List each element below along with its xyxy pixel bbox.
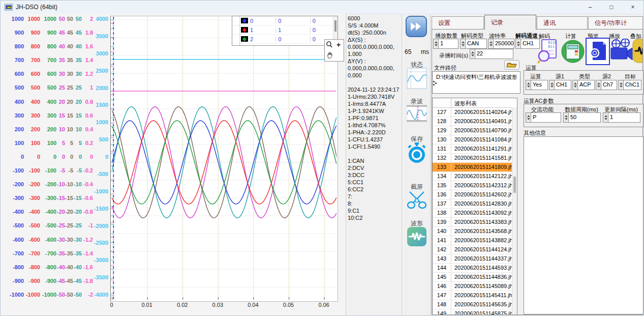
file-list-row[interactable]: 13420200620151142122.jhw <box>433 172 517 181</box>
minimize-button[interactable]: – <box>579 1 601 14</box>
update-interval-value[interactable]: 1 <box>608 112 640 123</box>
baud-rate-value[interactable]: 250000 <box>493 39 514 49</box>
file-list-row[interactable]: 14220200620151144124.jhw <box>433 245 517 254</box>
file-list-row[interactable]: 14320200620151144337.jhw <box>433 254 517 264</box>
file-list-row[interactable]: 13320200620151141809.jhw <box>433 163 517 172</box>
spinner-arrows[interactable] <box>549 80 554 90</box>
save-stopwatch-icon[interactable] <box>407 142 427 162</box>
data-period-spinner[interactable]: 50 <box>563 112 601 123</box>
file-list-row[interactable]: 14420200620151144593.jhw <box>433 264 517 273</box>
legend-row[interactable]: 200 <box>232 35 338 44</box>
decode-type-value[interactable]: CAN <box>465 39 487 49</box>
file-list-row[interactable]: 13520200620151142312.jhw <box>433 181 517 190</box>
spinner-arrows[interactable] <box>526 80 531 90</box>
close-button[interactable]: × <box>622 1 643 14</box>
status-icon[interactable] <box>407 68 427 88</box>
tab-record[interactable]: 记录 <box>484 15 536 30</box>
axis-tick-label: -1000 <box>87 189 108 194</box>
play-count-spinner[interactable]: 1 <box>433 39 458 49</box>
pan-hand-icon[interactable] <box>326 51 333 59</box>
spinner-arrows[interactable] <box>572 80 577 90</box>
other-info-box[interactable] <box>524 136 643 314</box>
compute-action-icon[interactable] <box>561 39 584 64</box>
file-list-row[interactable]: 14820200620151145635.jhw <box>433 300 517 309</box>
waveform-icon[interactable] <box>407 226 427 247</box>
compute-source1-value[interactable]: CH1 <box>554 80 571 90</box>
spinner-arrows[interactable] <box>470 49 475 59</box>
file-list-row[interactable]: 14720200620151145411.jhw <box>433 291 517 300</box>
spinner-arrows[interactable] <box>433 39 438 49</box>
tab-signal-power[interactable]: 信号/功率计 <box>588 16 643 29</box>
compute-type-spinner[interactable]: ACP <box>572 80 595 90</box>
decode-type-spinner[interactable]: CAN <box>460 39 487 49</box>
file-list-row[interactable]: 12820200620151140491.jhw <box>433 117 517 126</box>
spinner-arrows[interactable] <box>515 39 520 49</box>
maximize-button[interactable]: □ <box>601 1 622 14</box>
spinner-arrows[interactable] <box>460 39 465 49</box>
preview-action-icon[interactable] <box>586 38 608 63</box>
legend-row[interactable]: 000 <box>232 16 338 25</box>
channel-marker-icon[interactable] <box>241 45 248 46</box>
compute-target-spinner[interactable]: ChC1 <box>618 80 641 90</box>
file-list-row[interactable]: 12720200620151140264.jhw <box>433 108 517 117</box>
decode-channel-spinner[interactable]: CH1 <box>515 39 540 49</box>
channel-legend[interactable]: 0001102003 <box>232 16 338 46</box>
file-list-row[interactable]: 13020200620151141084.jhw <box>433 135 517 145</box>
file-list-row[interactable]: 13720200620151142830.jhw <box>433 199 517 209</box>
open-folder-button[interactable] <box>504 60 520 70</box>
spinner-arrows[interactable] <box>603 112 608 123</box>
file-list-row[interactable]: 13920200620151143383.jhw <box>433 218 517 227</box>
channel-marker-icon[interactable] <box>241 36 248 42</box>
channel-marker-icon[interactable] <box>241 27 248 33</box>
channel-marker-icon[interactable] <box>241 18 248 23</box>
file-list-row[interactable]: 13620200620151142602.jhw <box>433 190 517 199</box>
compute-type-value[interactable]: ACP <box>577 80 595 90</box>
file-list-row[interactable]: 13120200620151141291.jhw <box>433 145 517 154</box>
record-wave-icon[interactable] <box>407 104 427 123</box>
overlay-action-icon[interactable] <box>632 39 642 64</box>
compute-target-value[interactable]: ChC1 <box>623 80 641 90</box>
file-list-row[interactable]: 13220200620151141581.jhw <box>433 154 517 163</box>
file-path-box[interactable]: D:\快速访问资料\三相机录波波形 <box>432 71 520 94</box>
tab-communication[interactable]: 通讯 <box>537 16 588 29</box>
file-list-row[interactable]: 14120200620151143882.jhw <box>433 236 517 245</box>
fast-forward-button[interactable] <box>406 16 427 37</box>
spinner-arrows[interactable] <box>618 80 623 90</box>
update-interval-spinner[interactable]: 1 <box>603 112 640 123</box>
play-camera-icon[interactable] <box>610 39 632 64</box>
play-count-value[interactable]: 1 <box>438 39 458 49</box>
file-list-row[interactable]: 14620200620151145089.jhw <box>433 282 517 291</box>
ac-function-value[interactable]: P <box>531 112 561 123</box>
axis-tick-label: 100 <box>3 140 24 146</box>
spinner-arrows[interactable] <box>526 112 531 123</box>
legend-row[interactable]: 110 <box>232 25 338 35</box>
waveform-file-list[interactable]: 波形列表 12720200620151140264.jhw12820200620… <box>432 98 517 315</box>
compute-source2-value[interactable]: Ch7 <box>601 80 617 90</box>
file-name: 20200620151141291.jhw <box>451 145 517 153</box>
spinner-arrows[interactable] <box>488 39 493 49</box>
compute-enable-spinner[interactable]: Yes <box>526 80 548 90</box>
file-list-row[interactable]: 14920200620151145875.jhw <box>433 309 517 315</box>
zoom-tool-icon[interactable] <box>325 41 333 49</box>
decode-action-icon[interactable]: 0110011 <box>537 39 559 64</box>
spinner-arrows[interactable] <box>563 112 568 123</box>
legend-row[interactable]: 3 <box>232 44 338 46</box>
file-list-row[interactable]: 14520200620151144836.jhw <box>433 273 517 282</box>
baud-rate-spinner[interactable]: 250000 <box>488 39 514 49</box>
compute-enable-value[interactable]: Yes <box>531 80 548 90</box>
file-list-row[interactable]: 13820200620151143092.jhw <box>433 209 517 218</box>
record-time-value[interactable]: 22 <box>475 49 513 59</box>
data-period-value[interactable]: 50 <box>568 112 601 123</box>
ac-function-spinner[interactable]: P <box>526 112 561 123</box>
waveform-plot[interactable] <box>110 16 338 302</box>
file-list-scrollbar[interactable] <box>512 107 517 314</box>
tab-settings[interactable]: 设置 <box>432 16 484 29</box>
screenshot-scissors-icon[interactable] <box>407 190 427 210</box>
file-list-row[interactable]: 12920200620151140790.jhw <box>433 126 517 135</box>
spinner-arrows[interactable] <box>596 80 601 90</box>
compute-source2-spinner[interactable]: Ch7 <box>596 80 617 90</box>
zoom-in-icon[interactable]: + <box>336 41 341 49</box>
compute-source1-spinner[interactable]: CH1 <box>549 80 571 90</box>
file-list-row[interactable]: 14020200620151143568.jhw <box>433 227 517 236</box>
record-time-spinner[interactable]: 22 <box>470 49 513 59</box>
